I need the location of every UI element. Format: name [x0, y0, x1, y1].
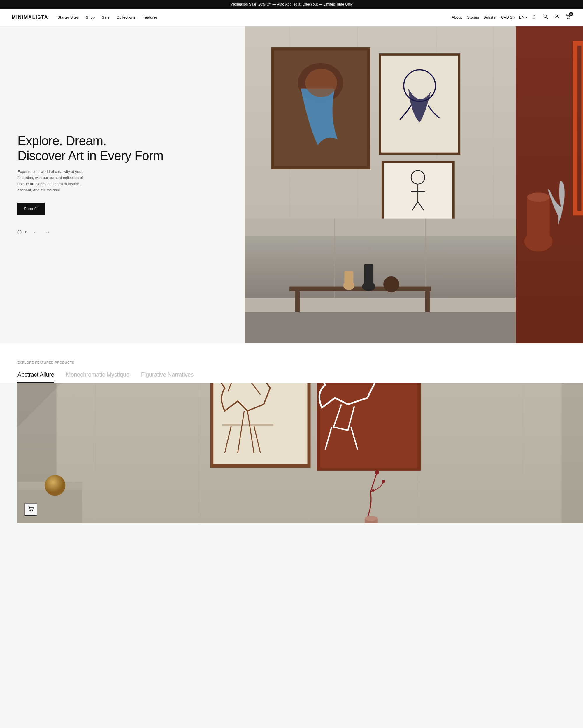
hero-image-area — [245, 26, 583, 343]
nav-sale[interactable]: Sale — [102, 15, 110, 20]
nav-right-links: About Stories Artists — [452, 15, 495, 20]
currency-label: CAD $ — [501, 15, 512, 20]
announcement-text: Midseason Sale: 20% Off — Auto Applied a… — [230, 2, 353, 6]
moon-icon: ☾ — [533, 14, 537, 20]
svg-point-4 — [569, 18, 569, 19]
featured-label: Explore Featured Products — [18, 361, 565, 364]
svg-line-1 — [547, 18, 548, 19]
cart-button[interactable]: 0 — [564, 13, 571, 22]
search-icon — [543, 14, 548, 20]
nav-starter-sites[interactable]: Starter Sites — [57, 15, 79, 20]
svg-rect-24 — [425, 291, 430, 314]
currency-selector[interactable]: CAD $ ▾ — [501, 15, 515, 20]
hero-title: Explore. Dream.Discover Art in Every For… — [18, 134, 227, 163]
language-chevron-icon: ▾ — [526, 16, 527, 19]
account-button[interactable] — [553, 13, 560, 22]
svg-point-27 — [383, 277, 399, 292]
nav-stories[interactable]: Stories — [467, 15, 479, 20]
slide-loading-indicator — [18, 230, 22, 234]
slide-dot-2[interactable] — [25, 231, 27, 233]
tab-abstract-allure[interactable]: Abstract Allure — [18, 371, 54, 383]
slide-next-button[interactable]: → — [43, 229, 52, 236]
svg-point-33 — [527, 192, 550, 202]
arrow-left-icon: ← — [33, 229, 38, 235]
announcement-bar: Midseason Sale: 20% Off — Auto Applied a… — [0, 0, 583, 9]
svg-point-59 — [45, 475, 65, 496]
svg-rect-30 — [245, 312, 516, 343]
language-label: EN — [519, 15, 524, 20]
svg-point-2 — [556, 15, 558, 17]
cart-float-icon — [28, 506, 34, 513]
nav-shop[interactable]: Shop — [86, 15, 95, 20]
theme-toggle-button[interactable]: ☾ — [531, 13, 538, 22]
svg-point-13 — [305, 69, 337, 97]
arrow-right-icon: → — [45, 229, 50, 235]
hero-content: Explore. Dream.Discover Art in Every For… — [0, 26, 245, 343]
search-button[interactable] — [542, 13, 549, 22]
tab-figurative-narratives[interactable]: Figurative Narratives — [141, 371, 194, 383]
header-left: MINIMALISTA Starter Sites Shop Sale Coll… — [12, 15, 158, 20]
floating-cart-button[interactable] — [25, 503, 37, 516]
user-icon — [554, 14, 559, 20]
tab-monochromatic-mystique[interactable]: Monochromatic Mystique — [66, 371, 130, 383]
nav-main: Starter Sites Shop Sale Collections Feat… — [57, 15, 158, 20]
svg-rect-19 — [245, 219, 516, 236]
hero-description: Experience a world of creativity at your… — [18, 169, 87, 193]
svg-point-67 — [372, 489, 374, 492]
nav-features[interactable]: Features — [142, 15, 158, 20]
svg-rect-26 — [364, 264, 373, 288]
nav-about[interactable]: About — [452, 15, 462, 20]
nav-artists[interactable]: Artists — [484, 15, 495, 20]
svg-point-0 — [544, 15, 547, 18]
hero-image — [245, 26, 583, 343]
cart-count-badge: 0 — [569, 12, 573, 16]
svg-rect-42 — [562, 383, 583, 523]
svg-point-69 — [365, 516, 378, 521]
svg-point-65 — [375, 470, 379, 474]
shop-all-button[interactable]: Shop All — [18, 203, 45, 215]
header-right: About Stories Artists CAD $ ▾ EN ▾ ☾ — [452, 13, 571, 22]
language-selector[interactable]: EN ▾ — [519, 15, 527, 20]
svg-rect-32 — [527, 196, 550, 242]
slide-prev-button[interactable]: ← — [31, 229, 40, 236]
product-image — [18, 383, 583, 523]
currency-chevron-icon: ▾ — [513, 16, 515, 19]
svg-rect-29 — [344, 271, 353, 286]
header-icons: CAD $ ▾ EN ▾ ☾ — [501, 13, 571, 22]
featured-section: Explore Featured Products Abstract Allur… — [0, 343, 583, 383]
svg-rect-23 — [295, 291, 300, 314]
nav-collections[interactable]: Collections — [117, 15, 136, 20]
product-tabs: Abstract Allure Monochromatic Mystique F… — [18, 371, 565, 383]
svg-point-66 — [382, 480, 385, 483]
product-image-area — [18, 383, 583, 523]
hero-section: Explore. Dream.Discover Art in Every For… — [0, 26, 583, 343]
header: MINIMALISTA Starter Sites Shop Sale Coll… — [0, 9, 583, 26]
slider-controls: ← → — [18, 229, 227, 236]
svg-point-73 — [30, 511, 31, 511]
svg-point-74 — [32, 511, 33, 511]
logo[interactable]: MINIMALISTA — [12, 15, 48, 20]
svg-rect-48 — [222, 424, 273, 426]
svg-point-3 — [567, 18, 567, 19]
svg-rect-22 — [289, 287, 431, 291]
